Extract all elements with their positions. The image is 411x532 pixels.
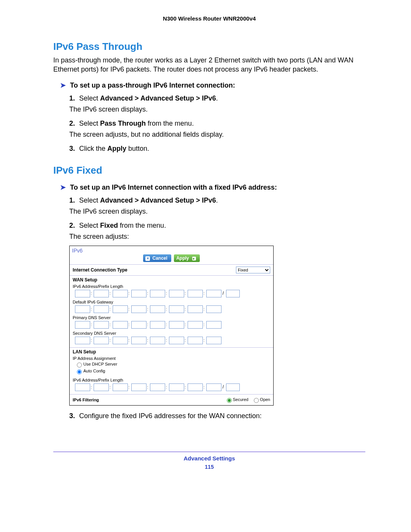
connection-type-label: Internet Connection Type <box>73 267 127 273</box>
pdns-seg-5[interactable] <box>150 321 165 329</box>
step-1: 1. Select Advanced > Advanced Setup > IP… <box>69 195 365 217</box>
step-2: 2. Select Fixed from the menu. The scree… <box>69 220 365 242</box>
secondary-dns-label: Secondary DNS Server <box>70 330 273 336</box>
cancel-button[interactable]: ×Cancel <box>143 254 171 262</box>
step-2-text-c: from the menu. <box>146 120 194 127</box>
primary-dns-row: : : : : : : : <box>70 320 273 330</box>
wan-setup-heading: WAN Setup <box>70 276 273 283</box>
auto-config-option[interactable]: Auto Config <box>75 369 105 373</box>
task-arrow-icon: ➤ <box>60 81 66 89</box>
sdns-seg-8[interactable] <box>206 337 221 344</box>
step-3-text-a: Click the <box>79 145 107 152</box>
task-arrow-icon: ➤ <box>60 184 66 191</box>
task-fixed: ➤ To set up an IPv6 Internet connection … <box>60 183 365 192</box>
pdns-seg-4[interactable] <box>131 321 147 329</box>
lan-ipv6-seg-2[interactable] <box>94 383 109 391</box>
sdns-seg-7[interactable] <box>188 337 203 344</box>
ipv6-filtering-row: IPv6 Filtering Secured Open <box>70 395 273 405</box>
wan-ipv6-seg-8[interactable] <box>206 290 221 297</box>
lan-ipv6-seg-6[interactable] <box>169 383 184 391</box>
steps-fixed: 1. Select Advanced > Advanced Setup > IP… <box>69 195 365 242</box>
lan-ipv6-seg-7[interactable] <box>188 383 203 391</box>
auto-config-label: Auto Config <box>83 369 105 373</box>
page-number: 115 <box>53 464 365 470</box>
wan-ipv6-seg-3[interactable] <box>113 290 128 297</box>
primary-dns-label: Primary DNS Server <box>70 315 273 320</box>
lan-ipv6-seg-3[interactable] <box>113 383 128 391</box>
default-gateway-row: : : : : : : : <box>70 305 273 315</box>
gw-seg-7[interactable] <box>188 305 203 313</box>
secondary-dns-row: : : : : : : : <box>70 336 273 346</box>
pdns-seg-7[interactable] <box>188 321 203 329</box>
use-dhcp-row: Use DHCP Server <box>70 361 273 368</box>
step-1-text-b: Advanced > Advanced Setup > IPv6 <box>100 94 216 102</box>
wan-ipv6-seg-7[interactable] <box>188 290 203 297</box>
open-label: Open <box>260 397 270 402</box>
gw-seg-1[interactable] <box>75 305 90 313</box>
gw-seg-4[interactable] <box>131 305 147 313</box>
pdns-seg-8[interactable] <box>206 321 221 329</box>
default-gateway-label: Default IPv6 Gateway <box>70 299 273 305</box>
step-3-text-c: button. <box>126 145 149 152</box>
use-dhcp-option[interactable]: Use DHCP Server <box>75 362 117 366</box>
wan-ipv6-seg-1[interactable] <box>75 290 90 297</box>
panel-title: IPv6 <box>70 246 273 254</box>
wan-ipv6-seg-4[interactable] <box>131 290 147 297</box>
lan-ipv6-seg-8[interactable] <box>206 383 221 391</box>
pdns-seg-1[interactable] <box>75 321 90 329</box>
pdns-seg-2[interactable] <box>94 321 109 329</box>
apply-button[interactable]: Apply▸ <box>174 254 199 262</box>
button-row: ×Cancel Apply▸ <box>70 254 273 264</box>
lan-ipv6-seg-4[interactable] <box>131 383 147 391</box>
task-text: To set up a pass-through IPv6 Internet c… <box>70 81 235 89</box>
gw-seg-3[interactable] <box>113 305 128 313</box>
gw-seg-6[interactable] <box>169 305 184 313</box>
step-2: 2. Select Pass Through from the menu. Th… <box>69 118 365 140</box>
connection-type-select[interactable]: Fixed <box>236 267 270 273</box>
step-3: 3. Configure the fixed IPv6 addresses fo… <box>69 411 365 421</box>
close-icon: × <box>145 256 150 261</box>
doc-header: N300 Wireless Router WNR2000v4 <box>53 15 365 22</box>
pdns-seg-3[interactable] <box>113 321 128 329</box>
secured-radio[interactable] <box>227 398 232 403</box>
wan-ipv6-seg-5[interactable] <box>150 290 165 297</box>
secured-label: Secured <box>233 397 249 402</box>
auto-config-radio[interactable] <box>77 369 82 374</box>
wan-ipv6-seg-2[interactable] <box>94 290 109 297</box>
step-1-text-a: Select <box>79 94 100 102</box>
secured-option[interactable]: Secured <box>225 397 249 402</box>
ipv6-config-panel: IPv6 ×Cancel Apply▸ Internet Connection … <box>69 246 274 406</box>
sdns-seg-5[interactable] <box>150 337 165 344</box>
footer-rule <box>53 452 365 452</box>
gw-seg-2[interactable] <box>94 305 109 313</box>
step-1-text-c: . <box>216 197 218 204</box>
auto-config-row: Auto Config <box>70 368 273 375</box>
lan-ipv6-seg-1[interactable] <box>75 383 90 391</box>
wan-ipv6-address-label: IPv6 Address/Prefix Length <box>70 283 273 289</box>
wan-ipv6-prefix[interactable] <box>226 290 240 297</box>
lan-ipv6-seg-5[interactable] <box>150 383 165 391</box>
sdns-seg-3[interactable] <box>113 337 128 344</box>
step-1-text-b: Advanced > Advanced Setup > IPv6 <box>100 197 216 204</box>
sdns-seg-2[interactable] <box>94 337 109 344</box>
wan-ipv6-seg-6[interactable] <box>169 290 184 297</box>
step-3-text-b: Apply <box>107 145 126 152</box>
step-2-text-c: from the menu. <box>118 222 166 229</box>
use-dhcp-radio[interactable] <box>77 363 82 367</box>
open-radio[interactable] <box>254 398 259 403</box>
step-1: 1. Select Advanced > Advanced Setup > IP… <box>69 93 365 115</box>
wan-ipv6-address-row: : : : : : : : / <box>70 289 273 299</box>
gw-seg-5[interactable] <box>150 305 165 313</box>
sdns-seg-4[interactable] <box>131 337 147 344</box>
steps-fixed-continued: 3. Configure the fixed IPv6 addresses fo… <box>69 411 365 421</box>
open-option[interactable]: Open <box>252 397 270 402</box>
arrow-right-icon: ▸ <box>192 257 196 260</box>
sdns-seg-6[interactable] <box>169 337 184 344</box>
pdns-seg-6[interactable] <box>169 321 184 329</box>
gw-seg-8[interactable] <box>206 305 221 313</box>
step-3-text: Configure the fixed IPv6 addresses for t… <box>79 412 262 420</box>
lan-ipv6-address-row: : : : : : : : / <box>70 383 273 393</box>
lan-ipv6-prefix[interactable] <box>226 383 240 391</box>
connection-type-row: Internet Connection Type Fixed <box>70 265 273 275</box>
sdns-seg-1[interactable] <box>75 337 90 344</box>
